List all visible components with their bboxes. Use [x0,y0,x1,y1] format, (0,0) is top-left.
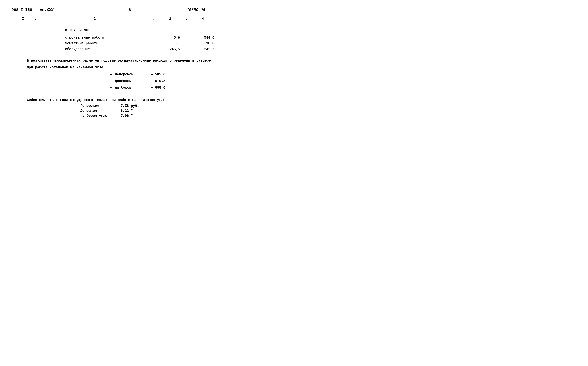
section-title: в том числе: [65,28,218,32]
cost-dash-mid-2: – [115,114,121,118]
fuel-dash-mid-2: – [149,85,155,91]
column-header-3: 3 [155,17,186,21]
cost-city-1: Донецком [80,109,115,113]
work-label-0: строительные работы [65,36,157,40]
cost-value-1: 6,22 " [121,109,133,113]
doc-code: 15859-26 [187,8,205,12]
fuel-dash-2: – [107,85,115,91]
table-row: оборудование 246,5 242,7 [11,47,218,51]
cost-city-0: Печорском [80,104,115,108]
fuel-dash-0: – [107,72,115,77]
appendix-label: Ан.XXУ [40,8,54,12]
column-header-2: 2 [37,17,153,21]
cost-list: – Печорском – 7,I8 руб. – Донецком – 6,2… [27,104,218,118]
page-separator1: - [119,8,121,12]
fuel-value-2: 658,6 [155,85,165,91]
col-sep-3: : [186,17,188,21]
list-item: – Печорском – 7,I8 руб. [65,104,218,108]
cost-dash-mid-1: – [115,109,121,113]
cost-value-2: 7,96 " [121,114,133,118]
column-header-4: 4 [188,17,218,21]
paragraph-block: В результате произведенных расчетов годо… [27,58,218,91]
cost-dash-1: – [65,109,80,113]
fuel-dash-mid-0: – [149,72,155,77]
list-item: – Донецком – 510,8 [107,78,218,84]
work-val1-2: 246,5 [157,47,188,51]
work-val2-0: 544,6 [188,36,218,40]
page-separator2: - [139,8,141,12]
work-val1-0: 548 [157,36,188,40]
list-item: – Донецком – 6,22 " [65,109,218,113]
fuel-dash-mid-1: – [149,78,155,84]
list-item: – Печорском – 585,6 [107,72,218,77]
col-sep-2: : [153,17,155,21]
cost-city-2: на буром угле [80,114,115,118]
cost-dash-2: – [65,114,80,118]
fuel-value-0: 585,6 [155,72,165,77]
cost-section: Себестоимость I Гкал отпущенного тепла: … [27,98,218,118]
column-header-1: I [11,17,34,21]
paragraph-intro: при работе котельной на каменном угле [27,65,103,70]
doc-number: 908-I-I58 [11,8,32,12]
work-label-2: оборудование [65,47,157,51]
cost-dash-mid-0: – [115,104,121,108]
work-val1-1: I4I [157,42,188,45]
fuel-city-0: Печорском [115,72,149,77]
fuel-dash-1: – [107,78,115,84]
col-sep-1: : [34,17,37,21]
work-val2-2: 242,7 [188,47,218,51]
table-row: строительные работы 548 544,6 [11,36,218,40]
fuel-city-1: Донецком [115,78,149,84]
paragraph-main-text: В результате произведенных расчетов годо… [27,58,218,63]
fuel-value-1: 510,8 [155,78,165,84]
table-row: монтажные работы I4I I38,8 [11,42,218,45]
cost-value-0: 7,I8 руб. [121,104,139,108]
fuel-list: – Печорском – 585,6 – Донецком – 510,8 –… [27,72,218,91]
work-val2-1: I38,8 [188,42,218,45]
cost-dash-0: – [65,104,80,108]
list-item: – на буром угле – 7,96 " [65,114,218,118]
cost-title: Себестоимость I Гкал отпущенного тепла: … [27,98,218,102]
works-table: строительные работы 548 544,6 монтажные … [11,36,218,51]
page-number: 8 [129,8,131,12]
work-label-1: монтажные работы [65,42,157,45]
list-item: – на буром – 658,6 [107,85,218,91]
fuel-city-2: на буром [115,85,149,91]
